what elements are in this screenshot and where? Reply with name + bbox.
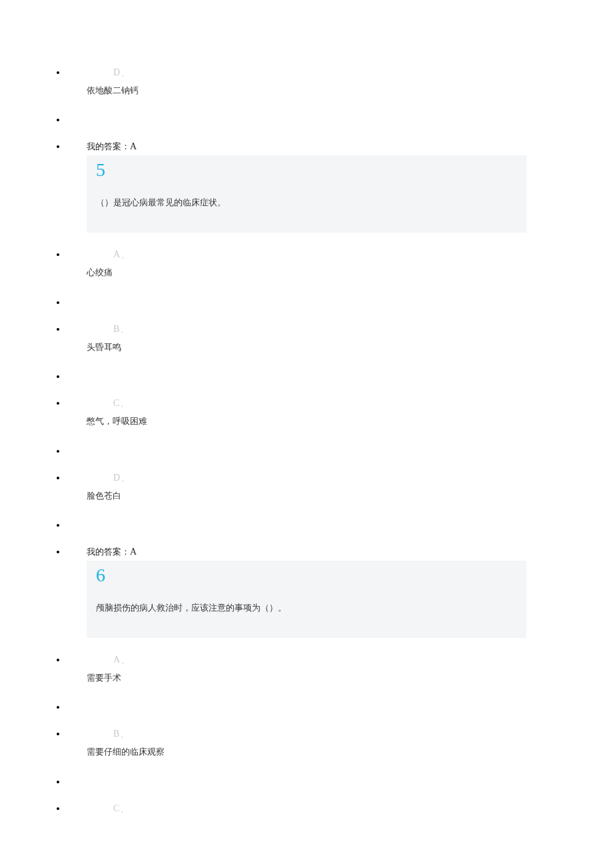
option-text: 憋气，呼吸困难 <box>87 413 613 429</box>
option-text: 依地酸二钠钙 <box>87 83 613 98</box>
question-list: D、依地酸二钠钙我的答案：A5（）是冠心病最常见的临床症状。A、心绞痛B、头昏耳… <box>0 67 613 819</box>
list-item <box>67 519 613 530</box>
option-text: 需要仔细的临床观察 <box>87 744 613 759</box>
list-item <box>67 371 613 381</box>
option-letter: A、 <box>113 654 131 666</box>
option-letter: B、 <box>113 323 130 335</box>
option-letter: C、 <box>113 397 130 409</box>
my-answer-label: 我的答案： <box>87 547 130 557</box>
list-item <box>67 297 613 307</box>
option-text: 心绞痛 <box>87 265 613 280</box>
list-item: 我的答案：A5（）是冠心病最常见的临床症状。 <box>67 141 613 233</box>
option-text: 脸色苍白 <box>87 488 613 503</box>
my-answer-value: A <box>130 141 137 151</box>
list-item <box>67 114 613 125</box>
option-letter: A、 <box>113 249 131 261</box>
list-item: D、依地酸二钠钙 <box>67 67 613 98</box>
option-letter: D、 <box>113 472 131 484</box>
option-letter: C、 <box>113 803 130 815</box>
question-text: （）是冠心病最常见的临床症状。 <box>96 197 517 209</box>
option-text: 头昏耳鸣 <box>87 339 613 355</box>
my-answer-value: A <box>130 547 137 557</box>
question-block: 5（）是冠心病最常见的临床症状。 <box>87 155 526 233</box>
question-block: 6颅脑损伤的病人救治时，应该注意的事项为（）。 <box>87 561 526 638</box>
list-item <box>67 776 613 787</box>
list-item <box>67 701 613 712</box>
list-item: B、头昏耳鸣 <box>67 323 613 355</box>
question-text: 颅脑损伤的病人救治时，应该注意的事项为（）。 <box>96 602 517 614</box>
list-item <box>67 445 613 456</box>
my-answer-label: 我的答案： <box>87 141 130 151</box>
list-item: C、憋气，呼吸困难 <box>67 397 613 429</box>
list-item: D、脸色苍白 <box>67 472 613 503</box>
list-item: B、需要仔细的临床观察 <box>67 728 613 759</box>
option-letter: B、 <box>113 728 130 740</box>
list-item: A、心绞痛 <box>67 249 613 280</box>
option-letter: D、 <box>113 67 131 79</box>
option-text: 需要手术 <box>87 670 613 685</box>
list-item: 我的答案：A6颅脑损伤的病人救治时，应该注意的事项为（）。 <box>67 546 613 638</box>
question-number: 6 <box>96 566 517 585</box>
list-item: C、 <box>67 803 613 819</box>
question-number: 5 <box>96 161 517 179</box>
list-item: A、需要手术 <box>67 654 613 685</box>
